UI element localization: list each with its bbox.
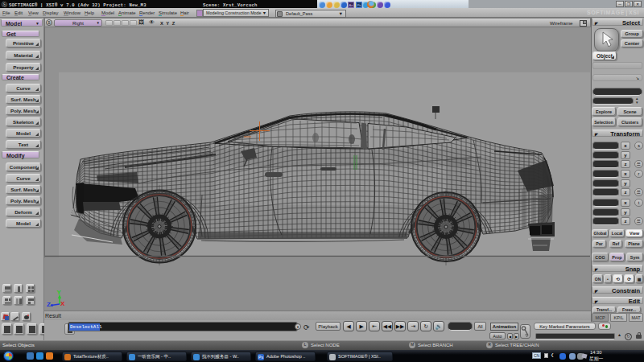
- svg-text:X: X: [60, 300, 65, 307]
- svg-text:Y: Y: [57, 289, 62, 296]
- svg-text:Z: Z: [47, 301, 51, 308]
